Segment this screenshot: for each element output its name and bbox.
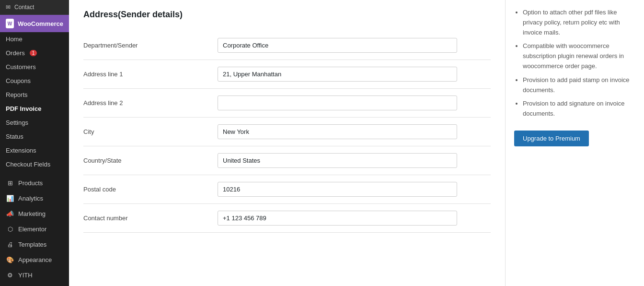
analytics-icon: 📊 — [6, 194, 14, 203]
label-country: Country/State — [83, 157, 218, 164]
sidebar-item-elementor[interactable]: ⬡ Elementor — [0, 221, 69, 237]
sidebar-item-orders[interactable]: Orders 1 — [0, 46, 69, 60]
features-list: Option to attach other pdf files like pr… — [514, 8, 635, 119]
extensions-label: Extensions — [6, 147, 36, 154]
input-address2[interactable] — [218, 95, 457, 110]
input-address1[interactable] — [218, 67, 457, 82]
sidebar-item-settings[interactable]: Settings — [0, 116, 69, 130]
feature-item-4: Provision to add signature on invoice do… — [523, 99, 635, 119]
form-row-address1: Address line 1 — [83, 60, 491, 89]
label-contact: Contact number — [83, 214, 218, 222]
input-contact[interactable] — [218, 211, 457, 226]
feature-item-3: Provision to add paid stamp on invoice d… — [523, 75, 635, 95]
form-row-country: Country/State — [83, 146, 491, 175]
home-label: Home — [6, 36, 23, 43]
yith-icon: ⚙ — [6, 271, 14, 279]
sidebar-item-woocommerce[interactable]: W WooCommerce — [0, 15, 69, 32]
sidebar-item-pdf-invoice[interactable]: PDF Invoice — [0, 102, 69, 116]
products-label: Products — [18, 179, 43, 187]
orders-badge: 1 — [30, 50, 37, 56]
reports-label: Reports — [6, 91, 28, 98]
sidebar-item-extensions[interactable]: Extensions — [0, 143, 69, 157]
right-panel: Option to attach other pdf files like pr… — [505, 0, 644, 286]
input-postal[interactable] — [218, 182, 457, 197]
sidebar-item-templates[interactable]: 🖨 Templates — [0, 237, 69, 252]
sidebar-item-products[interactable]: ⊞ Products — [0, 175, 69, 191]
sidebar-item-appearance[interactable]: 🎨 Appearance — [0, 252, 69, 267]
form-row-address2: Address line 2 — [83, 89, 491, 118]
status-label: Status — [6, 133, 23, 140]
sidebar-item-coupons[interactable]: Coupons — [0, 74, 69, 88]
settings-label: Settings — [6, 119, 28, 126]
label-city: City — [83, 128, 218, 135]
pdf-invoice-label: PDF Invoice — [6, 105, 41, 112]
sidebar-item-plugins[interactable]: 🔌 Plugins — [0, 283, 69, 286]
sidebar-item-yith[interactable]: ⚙ YITH — [0, 267, 69, 283]
input-country[interactable] — [218, 153, 457, 168]
sidebar-item-status[interactable]: Status — [0, 130, 69, 143]
coupons-label: Coupons — [6, 77, 31, 84]
form-row-city: City — [83, 118, 491, 146]
templates-label: Templates — [18, 241, 46, 248]
input-department[interactable] — [218, 38, 457, 53]
label-address1: Address line 1 — [83, 71, 218, 78]
woocommerce-label: WooCommerce — [18, 20, 63, 27]
feature-item-1: Option to attach other pdf files like pr… — [523, 8, 635, 37]
label-postal: Postal code — [83, 186, 218, 193]
input-city[interactable] — [218, 124, 457, 139]
sidebar-item-customers[interactable]: Customers — [0, 60, 69, 74]
elementor-label: Elementor — [18, 226, 46, 233]
sidebar-item-analytics[interactable]: 📊 Analytics — [0, 191, 69, 206]
appearance-icon: 🎨 — [6, 255, 14, 264]
marketing-label: Marketing — [18, 210, 46, 217]
sidebar-item-home[interactable]: Home — [0, 32, 69, 46]
form-row-contact: Contact number — [83, 204, 491, 233]
orders-label: Orders — [6, 49, 25, 57]
marketing-icon: 📣 — [6, 209, 14, 218]
checkout-fields-label: Checkout Fields — [6, 161, 50, 168]
envelope-icon: ✉ — [6, 4, 11, 11]
products-icon: ⊞ — [6, 179, 14, 187]
contact-label: Contact — [14, 4, 34, 11]
upgrade-premium-button[interactable]: Upgrade to Premium — [514, 131, 589, 146]
templates-icon: 🖨 — [6, 240, 14, 249]
form-row-department: Department/Sender — [83, 31, 491, 60]
woocommerce-icon: W — [6, 19, 14, 28]
label-address2: Address line 2 — [83, 99, 218, 107]
customers-label: Customers — [6, 63, 36, 71]
form-row-postal: Postal code — [83, 175, 491, 204]
label-department: Department/Sender — [83, 42, 218, 49]
analytics-label: Analytics — [18, 195, 43, 202]
main-content: Address(Sender details) Department/Sende… — [69, 0, 505, 286]
sidebar-item-marketing[interactable]: 📣 Marketing — [0, 206, 69, 221]
yith-label: YITH — [18, 272, 33, 279]
elementor-icon: ⬡ — [6, 225, 14, 233]
sidebar-item-reports[interactable]: Reports — [0, 88, 69, 102]
feature-item-2: Compatible with woocommerce subscription… — [523, 41, 635, 71]
appearance-label: Appearance — [18, 256, 52, 263]
page-title: Address(Sender details) — [83, 10, 491, 20]
sidebar-item-checkout-fields[interactable]: Checkout Fields — [0, 157, 69, 171]
sidebar-item-contact[interactable]: ✉ Contact — [0, 0, 69, 15]
sidebar: ✉ Contact W WooCommerce Home Orders 1 Cu… — [0, 0, 69, 286]
